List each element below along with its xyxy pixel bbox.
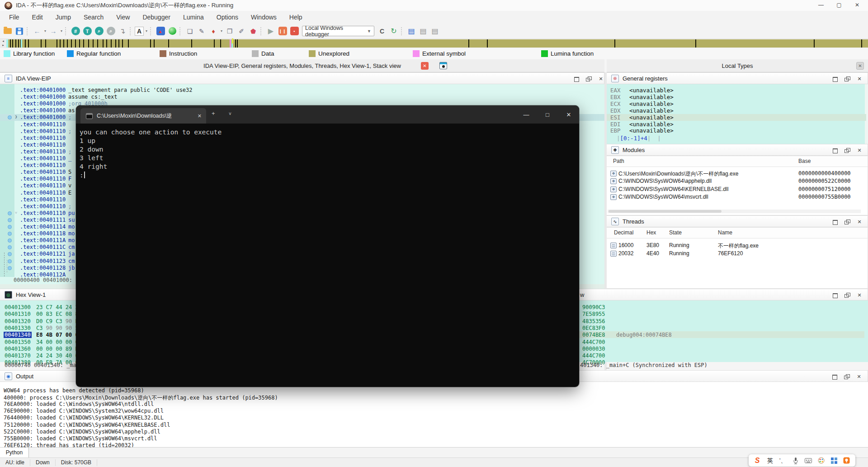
open-file-icon[interactable]	[2, 26, 13, 37]
console-window[interactable]: C:\Users\Moxin\Downloads\逆 ✕ + ˅ — □ ✕ y…	[76, 105, 579, 387]
output-line[interactable]: 76E90000: loaded C:\WINDOWS\System32\wow…	[4, 408, 164, 414]
hand-icon[interactable]: ✐	[236, 26, 247, 37]
menu-item-help[interactable]: Help	[283, 11, 309, 24]
stack-value[interactable]: 90090C3	[582, 304, 605, 310]
column-path[interactable]: Path	[613, 158, 624, 164]
float-panel-icon[interactable]	[844, 292, 850, 298]
column-hex[interactable]: Hex	[646, 229, 656, 236]
grid-icon[interactable]	[829, 456, 839, 466]
breakpoint-dot-icon[interactable]	[8, 218, 12, 222]
menu-item-search[interactable]: Search	[77, 11, 110, 24]
tab-dropdown-icon[interactable]: ˅	[229, 111, 231, 116]
navigate-back-icon[interactable]: ←	[32, 26, 42, 37]
thread-hex[interactable]: 3E80	[646, 242, 659, 250]
breakpoint-dot-icon[interactable]	[8, 238, 12, 243]
stack-value[interactable]: 444C700	[582, 353, 605, 359]
menu-item-options[interactable]: Options	[210, 11, 245, 24]
menu-item-debugger[interactable]: Debugger	[136, 11, 177, 24]
functions-icon[interactable]: #	[70, 26, 81, 37]
disassembly-row[interactable]: .text:00401000assume cs:_text	[0, 94, 604, 100]
mic-icon[interactable]	[791, 456, 801, 466]
text-icon[interactable]: T	[82, 26, 93, 37]
float-panel-icon[interactable]	[585, 76, 592, 82]
stack-value[interactable]: 0EC83F0	[582, 325, 605, 331]
breakpoint-dot-icon[interactable]	[8, 266, 12, 270]
thread-hex[interactable]: 4E40	[646, 250, 659, 258]
thread-decimal[interactable]: 20032	[618, 250, 633, 258]
output-line[interactable]: 75120000: loaded C:\WINDOWS\SysWOW64\KER…	[4, 422, 170, 428]
close-button[interactable]: ✕	[848, 0, 866, 10]
debugger-selector[interactable]: Local Windows debugger▼	[302, 26, 374, 36]
close-panel-icon[interactable]: ✕	[598, 76, 604, 82]
continue-icon[interactable]: ▶	[265, 26, 276, 37]
breakpoint-dot-icon[interactable]	[8, 211, 12, 215]
close-panel-icon[interactable]: ✕	[856, 219, 863, 225]
window2-icon[interactable]: ❐	[224, 26, 235, 37]
nav-band-arrows[interactable]: ◂▸	[0, 39, 6, 48]
module-base[interactable]: 00000000755B0000	[798, 194, 851, 201]
column-decimal[interactable]: Decimal	[614, 229, 633, 236]
jump-icon[interactable]: ↴	[117, 26, 128, 37]
maximize-button[interactable]: ▢	[830, 0, 848, 10]
close-panel-icon[interactable]: ✕	[856, 147, 863, 153]
stack-value[interactable]: 0000030	[582, 346, 605, 352]
disassembly-row[interactable]: .text:00401000_text segment para public …	[0, 87, 604, 94]
thread-decimal[interactable]: 16000	[618, 242, 633, 250]
menu-item-file[interactable]: File	[3, 11, 26, 24]
ime-toolbar[interactable]: S英ʼ、	[749, 454, 855, 467]
maximize-panel-icon[interactable]	[832, 147, 838, 153]
dropdown-caret-icon[interactable]: ▾	[59, 26, 64, 37]
registers-view[interactable]: |[0:-1]+4| | EAX<unavailable>EBX<unavail…	[607, 84, 868, 144]
python-tab[interactable]: Python	[0, 448, 29, 458]
register-row[interactable]: EBX<unavailable>	[607, 94, 866, 100]
module-base[interactable]: 0000000075120000	[798, 186, 851, 194]
threads-column-headers[interactable]: Decimal Hex State Name	[607, 228, 868, 238]
output-line[interactable]: 522C0000: loaded C:\WINDOWS\SysWOW64\app…	[4, 429, 160, 435]
menu-item-edit[interactable]: Edit	[26, 11, 49, 24]
close-panel-icon[interactable]: ✕	[856, 76, 863, 82]
window-icon[interactable]: ❏	[184, 26, 195, 37]
output-line[interactable]: WOW64 process has been detected (pid=359…	[4, 387, 144, 394]
maximize-panel-icon[interactable]	[832, 219, 838, 225]
register-row[interactable]: ESI<unavailable>	[607, 114, 866, 121]
menu-item-jump[interactable]: Jump	[49, 11, 77, 24]
minimize-button[interactable]: —	[812, 0, 830, 10]
stack-view-header[interactable]: w ✕	[533, 289, 868, 300]
diamond-icon[interactable]: ♦	[208, 26, 219, 37]
maximize-panel-icon[interactable]	[832, 292, 838, 298]
breakpoint-dot-icon[interactable]	[8, 252, 12, 256]
stack-view[interactable]: debug004:00074BE8 90090C37E5895548353560…	[533, 300, 868, 362]
red-shape-icon[interactable]: ⬟	[248, 26, 259, 37]
menu-item-windows[interactable]: Windows	[245, 11, 283, 24]
maximize-panel-icon[interactable]	[832, 76, 838, 82]
console-prompt[interactable]: :	[80, 171, 222, 180]
window-list-icon[interactable]	[439, 62, 447, 69]
console-minimize-button[interactable]: —	[516, 105, 537, 124]
breakpoint-dot-icon[interactable]	[8, 232, 12, 236]
collapse-arrow-icon[interactable]: ˅	[15, 210, 17, 215]
dropdown-caret-icon[interactable]: ▾	[219, 26, 224, 37]
float-panel-icon[interactable]	[844, 373, 850, 380]
console-title-bar[interactable]: C:\Users\Moxin\Downloads\逆 ✕ + ˅ — □ ✕	[76, 105, 579, 124]
flag-icon[interactable]: ▴	[155, 26, 166, 37]
breakpoint-dot-icon[interactable]	[8, 259, 12, 263]
desktop-tab-label[interactable]: IDA View-EIP, General registers, Modules…	[0, 62, 604, 69]
float-panel-icon[interactable]	[844, 76, 850, 82]
breakpoint-dot-icon[interactable]	[8, 245, 12, 249]
module-base[interactable]: 00000000522C0000	[798, 178, 851, 186]
refresh-icon[interactable]: ↻	[388, 26, 399, 37]
console-maximize-button[interactable]: □	[537, 105, 558, 124]
dropdown-caret-icon[interactable]: ▾	[144, 26, 149, 37]
close-local-types-icon[interactable]: ✕	[856, 62, 864, 70]
registers-header[interactable]: ❊ General registers ✕	[607, 72, 868, 84]
punctuation-icon[interactable]: ʼ、	[778, 456, 788, 466]
threads-header[interactable]: ∿ Threads ✕	[607, 215, 868, 227]
save-icon[interactable]	[14, 26, 25, 37]
search-icon[interactable]: ⌕	[94, 26, 104, 37]
maximize-panel-icon[interactable]	[831, 373, 838, 380]
register-row[interactable]: EDX<unavailable>	[607, 107, 866, 114]
modules-scrollbar[interactable]	[608, 210, 861, 213]
output-line[interactable]: 76EA0000: loaded C:\Windows\SysWOW64\ntd…	[4, 401, 154, 407]
thread-name[interactable]: 不一样的flag.exe	[718, 242, 759, 250]
output-log[interactable]: WOW64 process has been detected (pid=359…	[0, 382, 868, 447]
